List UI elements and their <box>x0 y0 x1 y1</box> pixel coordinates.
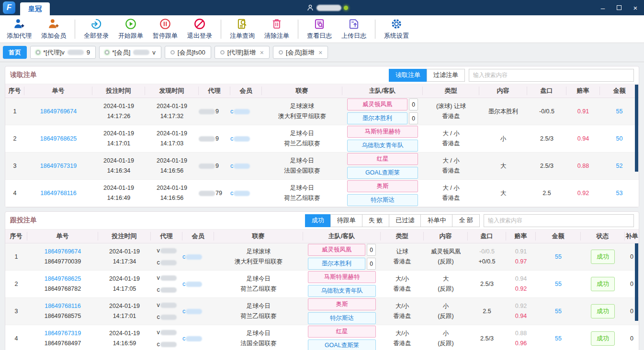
cell-seq: 3 <box>5 161 24 171</box>
view-log-button[interactable]: 查看日志 <box>302 16 337 42</box>
follow-search-input[interactable] <box>484 214 634 227</box>
cell-order-link[interactable]: 18649769674 <box>40 108 77 115</box>
cell-teams: 奥斯 特尔斯达 <box>303 298 381 324</box>
follow-orders-title: 跟投注单 <box>10 216 37 225</box>
tab-status-dot <box>220 50 225 55</box>
follow-filter-button[interactable]: 成功 <box>305 214 331 227</box>
tab-label: [代理]新增 <box>227 48 256 57</box>
cell-type: 大 / 小香港盘 <box>423 129 479 148</box>
session-tab[interactable]: [会员]fs00 <box>165 46 211 59</box>
cell-content: 大 <box>479 188 527 198</box>
clear-orders-button[interactable]: 清除注单 <box>260 16 294 42</box>
follow-table-row[interactable]: 3 18649768116 18649768575 2024-01-1914:1… <box>5 298 639 325</box>
read-search-input[interactable] <box>469 69 634 82</box>
cell-odds: 0.92 <box>566 188 600 198</box>
agent-redacted <box>160 260 177 265</box>
order-query-button[interactable]: 注单查询 <box>225 16 260 42</box>
read-table-row[interactable]: 1 18649769674 2024-01-1914:17:26 2024-01… <box>5 98 639 125</box>
upload-log-icon <box>348 18 360 30</box>
maximize-button[interactable] <box>614 3 624 12</box>
cell-seq: 2 <box>5 279 27 289</box>
follow-table-body: 1 18649769674 18649770039 2024-01-1914:1… <box>5 243 639 350</box>
cell-type: 大 / 小香港盘 <box>423 156 479 175</box>
user-account-chip[interactable] <box>306 0 348 15</box>
follow-filter-button[interactable]: 全 部 <box>452 214 480 227</box>
cell-order-link[interactable]: 18649769674 <box>45 248 81 255</box>
agent-redacted <box>199 164 215 169</box>
cell-amount: 55 <box>600 107 639 117</box>
read-column-header: 盘口 <box>527 87 566 95</box>
view-log-icon <box>313 18 326 30</box>
cell-amount: 55 <box>536 279 581 289</box>
follow-table-row[interactable]: 2 18649768625 18649768782 2024-01-1914:1… <box>5 271 639 298</box>
tab-close-icon[interactable]: × <box>318 49 322 56</box>
session-tab[interactable]: [会员]新增 × <box>273 46 328 59</box>
session-tab[interactable]: *[会员] v <box>99 46 161 59</box>
cell-seq: 1 <box>5 107 24 117</box>
read-filter-button[interactable]: 读取注单 <box>389 69 427 82</box>
cell-handicap: 2.5/3 <box>468 279 506 289</box>
away-team-box: GOAL查斯莱 <box>308 339 376 350</box>
cell-amount: 53 <box>600 188 639 198</box>
cell-bet-time: 2024-01-1914:16:49 <box>92 183 145 203</box>
tab-close-icon[interactable]: × <box>260 49 264 56</box>
session-tab[interactable]: *[代理]v 9 <box>30 46 96 59</box>
agent-redacted <box>160 315 177 320</box>
pause-follow-button[interactable]: 暂停跟单 <box>148 16 182 42</box>
cell-order-link[interactable]: 18649768625 <box>45 275 81 282</box>
cell-order-link[interactable]: 18649768625 <box>40 135 77 142</box>
tab-label-suffix: 9 <box>87 49 90 56</box>
cell-agent: 9 <box>199 134 230 144</box>
system-settings-button[interactable]: 系统设置 <box>379 16 414 42</box>
cell-order-link[interactable]: 18649767319 <box>40 163 77 169</box>
cell-amount: 50 <box>600 134 639 144</box>
cell-order-link[interactable]: 18649768116 <box>45 303 81 309</box>
follow-column-header: 金额 <box>536 232 581 241</box>
follow-column-header: 补单 <box>625 232 639 241</box>
read-table-row[interactable]: 3 18649767319 2024-01-1914:16:34 2024-01… <box>5 153 639 180</box>
cell-order-link[interactable]: 18649767319 <box>45 330 81 337</box>
cell-handicap: -0/0.5 <box>527 107 566 117</box>
upload-log-label: 上传日志 <box>341 32 366 40</box>
follow-column-header: 单号 <box>27 232 98 241</box>
upload-log-button[interactable]: 上传日志 <box>337 16 371 42</box>
cell-odds: 0.94 0.92 <box>506 274 536 294</box>
read-table-body: 1 18649769674 2024-01-1914:17:26 2024-01… <box>5 98 639 207</box>
follow-filter-button[interactable]: 已过滤 <box>389 214 421 227</box>
add-agent-button[interactable]: 添加代理 <box>2 16 36 42</box>
session-tab[interactable]: 首页 <box>3 46 27 59</box>
follow-column-header: 投注时间 <box>98 232 151 241</box>
tab-label: *[代理]v <box>43 48 65 57</box>
home-team-box: 红星 <box>308 326 376 338</box>
logout-button[interactable]: 退出登录 <box>182 16 217 42</box>
cell-type: 大/小香港盘 <box>381 301 424 321</box>
close-button[interactable]: × <box>631 3 640 12</box>
follow-filter-button[interactable]: 补单中 <box>420 214 452 227</box>
app-tab-huangguan[interactable]: 皇冠 <box>20 2 50 15</box>
read-table-header: 序号单号投注时间发现时间代理会员联赛主队/客队类型内容盘口赔率金额 <box>5 84 639 98</box>
read-table-row[interactable]: 4 18649768116 2024-01-1914:16:49 2024-01… <box>5 180 639 207</box>
toolbar-separator <box>375 20 375 39</box>
session-tab[interactable]: [代理]新增 × <box>215 46 270 59</box>
follow-table-row[interactable]: 1 18649769674 18649770039 2024-01-1914:1… <box>5 243 639 271</box>
read-table-scrollbar[interactable] <box>635 85 638 172</box>
read-table-row[interactable]: 2 18649768625 2024-01-1914:17:01 2024-01… <box>5 125 639 153</box>
tab-label: 首页 <box>9 48 21 57</box>
start-follow-button[interactable]: 开始跟单 <box>113 16 148 42</box>
cell-order-link[interactable]: 18649768116 <box>40 190 77 197</box>
add-member-button[interactable]: 添加会员 <box>36 16 71 42</box>
username-redacted <box>316 5 341 11</box>
minimize-button[interactable]: – <box>598 3 608 12</box>
follow-table-row[interactable]: 4 18649767319 18649768497 2024-01-1914:1… <box>5 325 639 350</box>
status-badge: 成功 <box>591 250 615 263</box>
cell-handicap: 2.5 <box>527 188 566 198</box>
read-column-header: 联赛 <box>262 87 342 95</box>
follow-table-scrollbar[interactable] <box>635 243 638 321</box>
cell-amount: 55 <box>536 334 581 344</box>
cell-orders: 18649767319 18649768497 <box>27 328 98 348</box>
login-all-button[interactable]: 全部登录 <box>79 16 113 42</box>
follow-filter-button[interactable]: 失 败 <box>362 214 390 227</box>
follow-filter-button[interactable]: 待跟单 <box>330 214 362 227</box>
cell-agent: 9 <box>199 107 230 117</box>
read-filter-button[interactable]: 过滤注单 <box>427 69 465 82</box>
